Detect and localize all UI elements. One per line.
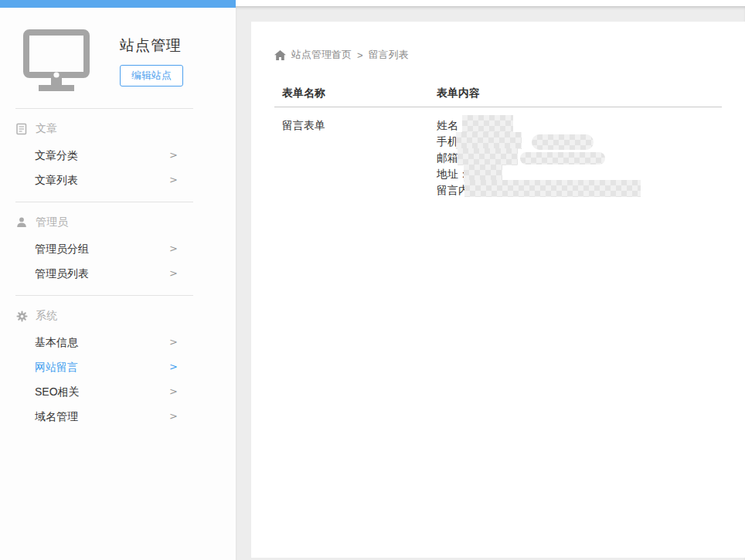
sidebar-item-site-messages[interactable]: 网站留言 > — [0, 355, 236, 379]
table-row: 留言表单 姓名： 手机： 邮箱： 地址： — [274, 107, 722, 199]
sidebar-item-article-list[interactable]: 文章列表 > — [0, 168, 236, 192]
redacted-blob — [456, 132, 522, 149]
breadcrumb-home-link[interactable]: 站点管理首页 — [291, 48, 352, 62]
gear-icon — [15, 311, 28, 322]
message-table: 表单名称 表单内容 留言表单 姓名： 手机： 邮箱： — [274, 77, 722, 199]
top-accent-bar — [0, 0, 236, 8]
breadcrumb-current: 留言列表 — [369, 48, 409, 62]
sidebar-item-admin-list[interactable]: 管理员列表 > — [0, 261, 236, 286]
edit-site-button[interactable]: 编辑站点 — [120, 65, 183, 87]
site-title: 站点管理 — [120, 36, 182, 56]
admin-user-icon — [15, 217, 28, 228]
main-content: 站点管理首页 > 留言列表 表单名称 表单内容 留言表单 姓名： 手机： — [251, 22, 745, 558]
redacted-blob — [520, 152, 605, 165]
table-header-row: 表单名称 表单内容 — [274, 77, 722, 107]
sidebar-item-label: 管理员分组 — [35, 243, 89, 255]
chevron-right-icon: > — [169, 404, 178, 429]
content-line-email: 邮箱： — [437, 150, 722, 166]
monitor-icon — [23, 29, 90, 96]
sidebar-item-domain[interactable]: 域名管理 > — [0, 404, 236, 429]
sidebar-item-admin-groups[interactable]: 管理员分组 > — [0, 236, 236, 261]
redacted-blob — [462, 115, 513, 132]
chevron-right-icon: > — [169, 379, 178, 404]
section-label: 系统 — [36, 309, 57, 323]
sidebar-divider — [15, 295, 193, 296]
sidebar-item-label: 域名管理 — [35, 410, 78, 423]
chevron-right-icon: > — [169, 261, 178, 286]
sidebar-section-system: 系统 — [15, 307, 236, 325]
chevron-right-icon: > — [169, 143, 178, 168]
sidebar-item-label: 文章分类 — [35, 149, 78, 161]
sidebar-item-label: 文章列表 — [35, 174, 78, 186]
home-icon — [274, 50, 286, 60]
sidebar-divider — [15, 108, 193, 109]
table-header-form-name: 表单名称 — [274, 87, 429, 100]
redacted-blob — [532, 134, 594, 150]
sidebar-header: 站点管理 编辑站点 — [0, 8, 236, 108]
sidebar-item-label: SEO相关 — [35, 385, 80, 398]
sidebar-section-admin: 管理员 — [15, 213, 236, 232]
section-label: 文章 — [36, 122, 57, 136]
content-line-message: 留言内 — [437, 182, 722, 199]
article-icon — [15, 123, 28, 135]
breadcrumb-separator: > — [357, 49, 363, 61]
sidebar-item-label: 基本信息 — [35, 336, 78, 348]
chevron-right-icon: > — [169, 168, 178, 192]
chevron-right-icon: > — [169, 355, 178, 379]
sidebar-item-basic-info[interactable]: 基本信息 > — [0, 330, 236, 355]
breadcrumb: 站点管理首页 > 留言列表 — [274, 48, 722, 62]
form-name-cell: 留言表单 — [274, 117, 429, 199]
form-content-cell: 姓名： 手机： 邮箱： 地址： 留言内 — [429, 117, 722, 199]
redacted-blob — [458, 148, 518, 165]
sidebar-divider — [15, 202, 193, 202]
sidebar-item-article-category[interactable]: 文章分类 > — [0, 143, 236, 168]
redacted-blob — [464, 165, 502, 182]
content-line-name: 姓名： — [437, 117, 722, 134]
table-header-form-content: 表单内容 — [429, 87, 722, 100]
chevron-right-icon: > — [169, 330, 178, 355]
sidebar-item-label: 管理员列表 — [35, 267, 89, 280]
content-line-phone: 手机： — [437, 134, 722, 150]
section-label: 管理员 — [36, 216, 68, 229]
sidebar: 站点管理 编辑站点 文章 文章分类 > 文章列表 > 管理员 — [0, 8, 236, 560]
sidebar-item-label: 网站留言 — [35, 361, 78, 373]
redacted-blob — [464, 180, 641, 197]
sidebar-item-seo[interactable]: SEO相关 > — [0, 379, 236, 404]
chevron-right-icon: > — [169, 236, 178, 261]
sidebar-section-articles: 文章 — [15, 120, 236, 138]
